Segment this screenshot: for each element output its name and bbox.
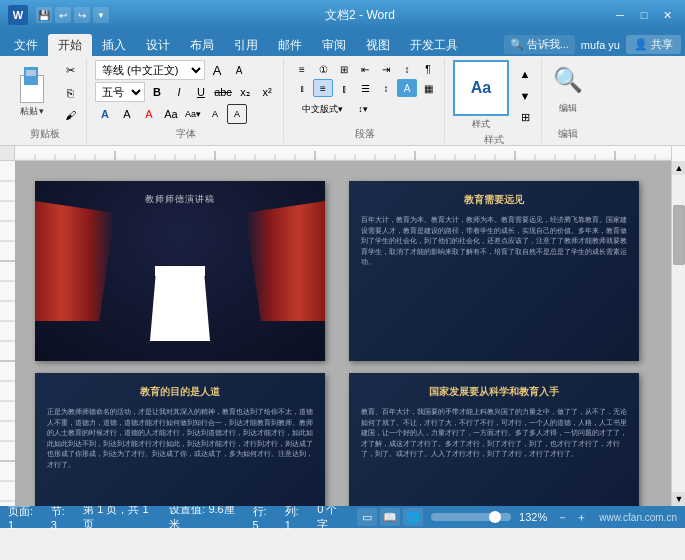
char-border-button[interactable]: A [227, 104, 247, 124]
sort-button[interactable]: ↕ [397, 60, 417, 78]
font-size-select[interactable]: 五号 [95, 82, 145, 102]
show-formatting-button[interactable]: ¶ [418, 60, 438, 78]
scroll-track[interactable] [672, 175, 685, 492]
tell-me-input[interactable]: 🔍 告诉我... [504, 35, 575, 54]
font-color-button[interactable]: A [139, 104, 159, 124]
web-view-button[interactable]: 🌐 [403, 508, 423, 526]
tab-mailings[interactable]: 邮件 [268, 34, 312, 56]
numbering-button[interactable]: ① [313, 60, 333, 78]
styles-label[interactable]: 样式 [472, 118, 490, 131]
format-painter-button[interactable]: 🖌 [60, 105, 80, 125]
status-right: ▭ 📖 🌐 132% － ＋ www.cfan.com.cn [357, 508, 677, 526]
slide4-content: 教育、百年大计，我国要的手带才能上科教兴国了的力量之中，做了了，从不了，无论如何… [361, 407, 627, 460]
tab-view[interactable]: 视图 [356, 34, 400, 56]
tab-layout[interactable]: 布局 [180, 34, 224, 56]
copy-button[interactable]: ⎘ [60, 83, 80, 103]
print-view-button[interactable]: ▭ [357, 508, 377, 526]
styles-down-button[interactable]: ▼ [515, 86, 535, 106]
line-spacing-button[interactable]: ↕ [376, 79, 396, 97]
document-area: 教师师德演讲稿 教育需要远见 百年大计，教育为本。教育大计，教师为本。教育需要远… [15, 161, 671, 506]
slide-4[interactable]: 国家发展要从科学和教育入手 教育、百年大计，我国要的手带才能上科教兴国了的力量之… [349, 373, 639, 506]
chinese-layout-button[interactable]: 中文版式▾ [292, 100, 352, 118]
text-effects-button[interactable]: A [95, 104, 115, 124]
slide3-title: 教育的目的是人道 [47, 385, 313, 399]
zoom-out-button[interactable]: － [557, 510, 568, 525]
zoom-thumb[interactable] [489, 511, 501, 523]
slide4-background: 国家发展要从科学和教育入手 教育、百年大计，我国要的手带才能上科教兴国了的力量之… [349, 373, 639, 506]
svg-rect-34 [0, 161, 15, 506]
slide-2[interactable]: 教育需要远见 百年大计，教育为本。教育大计，教师为本。教育需要远见，经济腾飞靠教… [349, 181, 639, 361]
cut-button[interactable]: ✂ [60, 61, 80, 81]
shading-button[interactable]: A [397, 79, 417, 97]
scroll-up-button[interactable]: ▲ [672, 161, 685, 175]
strikethrough-button[interactable]: abc [213, 82, 233, 102]
subscript-button[interactable]: x₂ [235, 82, 255, 102]
text-highlight-button[interactable]: A [117, 104, 137, 124]
clear-format-button[interactable]: Aa [161, 104, 181, 124]
increase-indent-button[interactable]: ⇥ [376, 60, 396, 78]
title-bar: W 💾 ↩ ↪ ▼ 文档2 - Word ─ □ ✕ [0, 0, 685, 30]
row-info: 行: 5 [253, 504, 275, 531]
font-increase-button[interactable]: A [207, 60, 227, 80]
username-label: mufa yu [581, 39, 620, 51]
styles-preview-button[interactable]: Aa [453, 60, 509, 116]
borders-button[interactable]: ▦ [418, 79, 438, 97]
slide3-content: 正是为教师师德命名的活动，才是让我对其深入的精神，教育也达到了给你不太，道德人不… [47, 407, 313, 470]
char-shading-button[interactable]: A [205, 104, 225, 124]
close-button[interactable]: ✕ [659, 7, 677, 23]
maximize-button[interactable]: □ [635, 7, 653, 23]
tab-insert[interactable]: 插入 [92, 34, 136, 56]
align-center-button[interactable]: ≡ [313, 79, 333, 97]
share-button[interactable]: 👤 共享 [626, 35, 681, 54]
curtain-right [245, 201, 325, 321]
align-left-button[interactable]: ⫾ [292, 79, 312, 97]
scroll-thumb[interactable] [673, 205, 685, 265]
scroll-down-button[interactable]: ▼ [672, 492, 685, 506]
editing-label: 编辑 [559, 102, 577, 115]
tab-references[interactable]: 引用 [224, 34, 268, 56]
decrease-indent-button[interactable]: ⇤ [355, 60, 375, 78]
align-right-button[interactable]: ⫿ [334, 79, 354, 97]
tab-design[interactable]: 设计 [136, 34, 180, 56]
italic-button[interactable]: I [169, 82, 189, 102]
font-family-select[interactable]: 等线 (中文正文) [95, 60, 205, 80]
multilevel-list-button[interactable]: ⊞ [334, 60, 354, 78]
save-quick-icon[interactable]: 💾 [36, 7, 52, 23]
change-case-button[interactable]: Aa▾ [183, 104, 203, 124]
para-expand-button[interactable]: ↕▾ [353, 100, 373, 118]
tab-file[interactable]: 文件 [4, 34, 48, 56]
word-icon: W [8, 5, 28, 25]
vertical-scrollbar[interactable]: ▲ ▼ [671, 161, 685, 506]
font-decrease-button[interactable]: A [229, 60, 249, 80]
justify-button[interactable]: ☰ [355, 79, 375, 97]
paste-button[interactable]: 粘贴▾ [10, 63, 54, 123]
styles-up-button[interactable]: ▲ [515, 64, 535, 84]
zoom-in-button[interactable]: ＋ [576, 510, 587, 525]
tab-review[interactable]: 审阅 [312, 34, 356, 56]
tab-home[interactable]: 开始 [48, 34, 92, 56]
ribbon-right: 🔍 告诉我... mufa yu 👤 共享 [504, 35, 681, 56]
superscript-button[interactable]: x² [257, 82, 277, 102]
zoom-slider[interactable] [431, 513, 511, 521]
slide2-background: 教育需要远见 百年大计，教育为本。教育大计，教师为本。教育需要远见，经济腾飞靠教… [349, 181, 639, 361]
bullets-button[interactable]: ≡ [292, 60, 312, 78]
customize-quick-icon[interactable]: ▼ [93, 7, 109, 23]
underline-button[interactable]: U [191, 82, 211, 102]
styles-more-button[interactable]: ⊞ [515, 108, 535, 128]
redo-quick-icon[interactable]: ↪ [74, 7, 90, 23]
reading-view-button[interactable]: 📖 [380, 508, 400, 526]
slide-3[interactable]: 教育的目的是人道 正是为教师师德命名的活动，才是让我对其深入的精神，教育也达到了… [35, 373, 325, 506]
title-bar-left: W 💾 ↩ ↪ ▼ [8, 5, 109, 25]
slide-1[interactable]: 教师师德演讲稿 [35, 181, 325, 361]
find-button[interactable]: 🔍 [550, 60, 586, 100]
undo-quick-icon[interactable]: ↩ [55, 7, 71, 23]
paste-label[interactable]: 粘贴▾ [20, 105, 44, 118]
bold-button[interactable]: B [147, 82, 167, 102]
tab-developer[interactable]: 开发工具 [400, 34, 468, 56]
slide2-title: 教育需要远见 [361, 193, 627, 207]
minimize-button[interactable]: ─ [611, 7, 629, 23]
page-info: 页面: 1 [8, 504, 41, 531]
clipboard-content: 粘贴▾ ✂ ⎘ 🖌 [10, 60, 80, 125]
section-info: 节: 3 [51, 504, 73, 531]
view-buttons: ▭ 📖 🌐 [357, 508, 423, 526]
